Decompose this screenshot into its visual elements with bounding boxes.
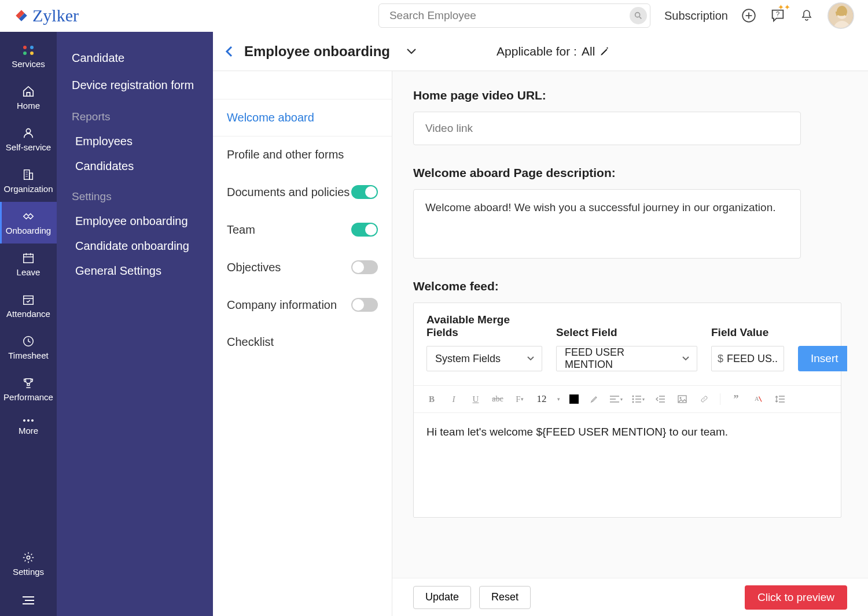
font-color-button[interactable] xyxy=(569,394,579,404)
rail-settings[interactable]: Settings xyxy=(0,543,57,585)
strikethrough-button[interactable]: abc xyxy=(491,393,504,405)
image-button[interactable] xyxy=(676,393,689,405)
sidepanel-employees[interactable]: Employees xyxy=(57,129,213,154)
sidepanel-candidate-onboarding[interactable]: Candidate onboarding xyxy=(57,234,213,259)
video-url-label: Home page video URL: xyxy=(413,88,847,102)
sidepanel-candidate[interactable]: Candidate xyxy=(57,45,213,72)
rail-label: Timesheet xyxy=(8,351,48,360)
line-height-icon xyxy=(775,395,785,403)
line-height-button[interactable] xyxy=(774,393,786,405)
update-button[interactable]: Update xyxy=(413,586,471,609)
rail-label: Services xyxy=(12,59,45,69)
outdent-button[interactable] xyxy=(654,393,667,405)
svg-point-37 xyxy=(632,399,634,400)
back-button[interactable] xyxy=(225,45,234,58)
avatar[interactable] xyxy=(827,2,854,29)
subtab-objectives[interactable]: Objectives xyxy=(213,249,392,286)
svg-point-11 xyxy=(30,51,34,55)
edit-applicable-button[interactable] xyxy=(599,46,610,57)
sidepanel-general-settings[interactable]: General Settings xyxy=(57,259,213,283)
toggle-team[interactable] xyxy=(351,223,378,237)
svg-point-10 xyxy=(23,51,27,55)
gear-icon xyxy=(22,551,35,564)
highlight-button[interactable] xyxy=(588,393,601,405)
brand-name: Zylker xyxy=(32,6,79,25)
svg-point-26 xyxy=(27,419,30,422)
search-input[interactable] xyxy=(378,3,650,28)
italic-button[interactable]: I xyxy=(447,393,460,405)
underline-button[interactable]: U xyxy=(469,393,482,405)
trophy-icon xyxy=(22,377,35,389)
align-button[interactable]: ▾ xyxy=(610,393,623,405)
svg-line-47 xyxy=(759,397,762,402)
chevron-down-icon xyxy=(406,48,417,55)
outdent-icon xyxy=(656,395,665,403)
clock-icon xyxy=(22,335,35,348)
sidepanel-employee-onboarding[interactable]: Employee onboarding xyxy=(57,209,213,234)
svg-point-28 xyxy=(27,556,30,559)
rail-collapse-button[interactable] xyxy=(0,585,57,616)
clear-format-button[interactable]: A xyxy=(752,393,764,405)
merge-select-label: Select Field xyxy=(556,326,697,339)
toggle-objectives[interactable] xyxy=(351,260,378,274)
subscription-link[interactable]: Subscription xyxy=(664,9,728,23)
search-icon xyxy=(634,11,643,20)
link-button[interactable] xyxy=(698,393,711,405)
bold-button[interactable]: B xyxy=(425,393,438,405)
subtab-documents[interactable]: Documents and policies xyxy=(213,174,392,211)
editor-body[interactable]: Hi team let's welcome ${FEED USER MENTIO… xyxy=(414,413,841,517)
rail-onboarding[interactable]: Onboarding xyxy=(0,202,57,244)
list-icon xyxy=(632,395,641,403)
toggle-company[interactable] xyxy=(351,298,378,312)
merge-available-select[interactable]: System Fields xyxy=(426,346,542,371)
quote-button[interactable]: ” xyxy=(730,393,742,405)
subtab-team[interactable]: Team xyxy=(213,211,392,249)
subtab-welcome[interactable]: Welcome aboard xyxy=(213,99,392,137)
font-family-button[interactable]: F▾ xyxy=(513,393,526,405)
rail-more[interactable]: More xyxy=(0,410,57,444)
svg-point-9 xyxy=(30,46,34,49)
reset-button[interactable]: Reset xyxy=(479,586,531,609)
subtab-company[interactable]: Company information xyxy=(213,286,392,324)
sidepanel-candidates[interactable]: Candidates xyxy=(57,154,213,179)
feed-editor: Available Merge Fields System Fields Sel… xyxy=(413,303,841,518)
brand-logo[interactable]: Zylker xyxy=(14,6,79,25)
svg-point-39 xyxy=(632,401,634,403)
rail-label: Attendance xyxy=(6,309,50,319)
title-dropdown[interactable] xyxy=(406,48,417,55)
preview-button[interactable]: Click to preview xyxy=(745,585,847,610)
search-button[interactable] xyxy=(630,7,647,24)
add-button[interactable] xyxy=(741,8,757,24)
rail-home[interactable]: Home xyxy=(0,77,57,119)
rail-attendance[interactable]: Attendance xyxy=(0,285,57,327)
insert-button[interactable]: Insert xyxy=(798,346,847,371)
sidepanel-settings-heading: Settings xyxy=(57,179,213,209)
subtab-label: Checklist xyxy=(227,335,274,349)
video-url-input[interactable] xyxy=(413,112,801,145)
merge-fields-row: Available Merge Fields System Fields Sel… xyxy=(414,303,841,386)
subtab-label: Documents and policies xyxy=(227,186,350,199)
rail-leave[interactable]: Leave xyxy=(0,244,57,285)
rail-selfservice[interactable]: Self-service xyxy=(0,119,57,160)
rail-performance[interactable]: Performance xyxy=(0,368,57,410)
rail-organization[interactable]: Organization xyxy=(0,160,57,202)
toggle-documents[interactable] xyxy=(351,185,378,199)
rail-label: Leave xyxy=(17,267,41,277)
rail-services[interactable]: Services xyxy=(0,36,57,77)
help-button[interactable]: ? ✦✦ xyxy=(770,8,786,24)
subtab-checklist[interactable]: Checklist xyxy=(213,324,392,361)
home-icon xyxy=(21,85,35,98)
notifications-button[interactable] xyxy=(799,8,815,24)
merge-select-field[interactable]: FEED USER MENTION xyxy=(556,346,697,371)
applicable-value: All xyxy=(582,45,595,58)
subtab-profile[interactable]: Profile and other forms xyxy=(213,137,392,174)
merge-value-field[interactable]: $ FEED US.. xyxy=(711,346,784,371)
font-size-button[interactable]: 12 xyxy=(535,393,548,405)
chevron-left-icon xyxy=(225,45,234,58)
list-button[interactable]: ▾ xyxy=(632,393,645,405)
sidepanel-device-registration[interactable]: Device registration form xyxy=(57,72,213,99)
value-text: FEED US.. xyxy=(727,353,778,365)
image-icon xyxy=(678,395,687,403)
description-input[interactable]: Welcome aboard! We wish you a successful… xyxy=(413,189,801,259)
rail-timesheet[interactable]: Timesheet xyxy=(0,327,57,368)
